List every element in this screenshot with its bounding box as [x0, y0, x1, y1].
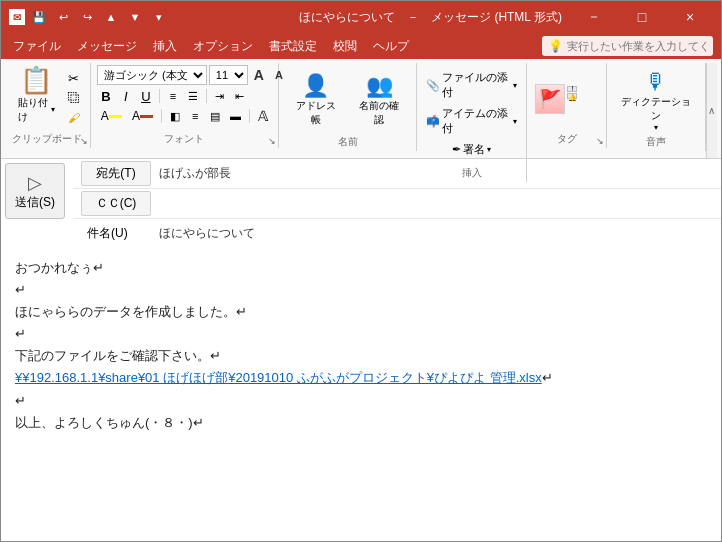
send-button[interactable]: ▷ 送信(S) [5, 163, 65, 219]
tags-expand[interactable]: ↘ [596, 136, 604, 146]
address-book-btn[interactable]: 👤 アドレス帳 [285, 69, 347, 131]
names-label: 名前 [285, 131, 411, 149]
underline-btn[interactable]: U [137, 87, 155, 105]
title-bar: ✉ 💾 ↩ ↪ ▲ ▼ ▾ ほにやらについて － メッセージ (HTML 形式)… [1, 1, 721, 33]
indent-btn[interactable]: ⇥ [211, 87, 229, 105]
address-book-label: アドレス帳 [294, 99, 338, 127]
signature-btn[interactable]: ✒ 署名 ▾ [449, 141, 494, 158]
menu-message[interactable]: メッセージ [69, 35, 145, 57]
flag-icon: 🚩 [539, 88, 561, 110]
search-input[interactable] [567, 40, 707, 52]
cc-label[interactable]: ＣＣ(C) [81, 191, 151, 216]
font-family-select[interactable]: 游ゴシック (本文の... [97, 65, 207, 85]
bullet-list-btn[interactable]: ≡ [164, 87, 182, 105]
check-names-label: 名前の確認 [358, 99, 402, 127]
down-btn[interactable]: ▼ [125, 8, 145, 26]
ribbon-search[interactable]: 💡 [542, 36, 713, 56]
redo-btn[interactable]: ↪ [77, 8, 97, 26]
item-dropdown-icon: ▾ [513, 117, 517, 126]
up-btn[interactable]: ▲ [101, 8, 121, 26]
menu-insert[interactable]: 挿入 [145, 35, 185, 57]
tags-label: タグ [533, 128, 600, 146]
align-right-btn[interactable]: ▤ [206, 107, 224, 125]
attachment-dropdown-icon: ▾ [513, 81, 517, 90]
clipboard-group: 📋 貼り付け▾ ✂ ⿻ 🖌 クリップボード ↘ [5, 63, 91, 148]
close-btn[interactable]: × [667, 1, 713, 33]
menu-options[interactable]: オプション [185, 35, 261, 57]
menu-format[interactable]: 書式設定 [261, 35, 325, 57]
font-group: 游ゴシック (本文の... 11 A A B I U ≡ ☰ ⇥ [91, 63, 279, 148]
ribbon-collapse-btn[interactable]: ∧ [706, 63, 717, 158]
font-label: フォント [97, 128, 272, 146]
format-painter-btn[interactable]: 🖌 [64, 109, 84, 127]
dictation-icon: 🎙 [645, 69, 667, 95]
font-expand[interactable]: ↘ [268, 136, 276, 146]
attachment-icon: 📎 [426, 79, 440, 92]
message-body[interactable]: おつかれなぅ↵ ↵ ほにゃららのデータを作成しました。↵ ↵ 下記のファイルをご… [1, 247, 721, 541]
font-grow-btn[interactable]: A [250, 66, 268, 84]
insert-group: 📎 ファイルの添付 ▾ 📫 アイテムの添付 ▾ ✒ 署名 ▾ 挿入 [417, 63, 527, 182]
undo-btn[interactable]: ↩ [53, 8, 73, 26]
paste-button[interactable]: 📋 貼り付け▾ [11, 65, 62, 123]
text-format-btn[interactable]: 𝔸 [254, 107, 272, 125]
menu-file[interactable]: ファイル [5, 35, 69, 57]
font-color-btn[interactable]: A [128, 107, 157, 125]
cut-btn[interactable]: ✂ [64, 69, 84, 87]
paste-label: 貼り付け▾ [18, 96, 55, 124]
to-row: 宛先(T) ほげふが部長 [73, 159, 721, 189]
justify-btn[interactable]: ▬ [226, 107, 245, 125]
numbered-list-btn[interactable]: ☰ [184, 87, 202, 105]
ribbon: 📋 貼り付け▾ ✂ ⿻ 🖌 クリップボード ↘ 游ゴシック (本文 [1, 59, 721, 159]
signature-label: 署名 [463, 142, 485, 157]
highlight-btn[interactable]: A [97, 107, 126, 125]
body-line-7: ↵ [15, 390, 707, 412]
body-line-4: ↵ [15, 323, 707, 345]
body-line-8: 以上、よろしくちゅん(・８・)↵ [15, 412, 707, 434]
outdent-btn[interactable]: ⇤ [231, 87, 249, 105]
font-color-icon: A [132, 109, 140, 123]
form-fields: 宛先(T) ほげふが部長 ＣＣ(C) 件名(U) ほにやらについて [73, 159, 721, 247]
file-link[interactable]: ¥¥192.168.1.1¥share¥01 ほげほげ部¥20191010 ふが… [15, 370, 542, 385]
to-label[interactable]: 宛先(T) [81, 161, 151, 186]
tags-group: 🚩 ! 🔔 タグ ↘ [527, 63, 607, 148]
attachment-label: ファイルの添付 [442, 70, 511, 100]
italic-btn[interactable]: I [117, 87, 135, 105]
font-controls: 游ゴシック (本文の... 11 A A B I U ≡ ☰ ⇥ [97, 65, 272, 125]
flag-btn[interactable]: 🚩 ! 🔔 [533, 82, 579, 116]
customize-btn[interactable]: ▾ [149, 8, 169, 26]
clipboard-expand[interactable]: ↘ [80, 136, 88, 146]
address-book-icon: 👤 [302, 73, 329, 99]
item-icon: 📫 [426, 115, 440, 128]
cc-row: ＣＣ(C) [73, 189, 721, 219]
signature-dropdown-icon: ▾ [487, 145, 491, 154]
subject-value[interactable]: ほにやらについて [159, 225, 713, 242]
attachment-btn[interactable]: 📎 ファイルの添付 ▾ [423, 69, 520, 101]
lightbulb-icon: 💡 [548, 39, 563, 53]
align-center-btn[interactable]: ≡ [186, 107, 204, 125]
item-attachment-btn[interactable]: 📫 アイテムの添付 ▾ [423, 105, 520, 137]
title-bar-left: ✉ 💾 ↩ ↪ ▲ ▼ ▾ [9, 8, 290, 26]
save-quick-btn[interactable]: 💾 [29, 8, 49, 26]
menu-bar: ファイル メッセージ 挿入 オプション 書式設定 校閲 ヘルプ 💡 [1, 33, 721, 59]
body-line-2: ↵ [15, 279, 707, 301]
subject-label: 件名(U) [81, 222, 151, 245]
check-names-btn[interactable]: 👥 名前の確認 [349, 69, 411, 131]
clipboard-label: クリップボード [11, 128, 84, 146]
maximize-btn[interactable]: □ [619, 1, 665, 33]
subject-row: 件名(U) ほにやらについて [73, 219, 721, 247]
window-controls: － □ × [571, 1, 713, 33]
minimize-btn[interactable]: － [571, 1, 617, 33]
send-label: 送信(S) [15, 194, 55, 211]
dictation-btn[interactable]: 🎙 ディクテーション ▾ [613, 69, 699, 131]
menu-review[interactable]: 校閲 [325, 35, 365, 57]
voice-label: 音声 [613, 131, 699, 149]
dictation-label: ディクテーション [620, 95, 692, 123]
font-size-select[interactable]: 11 [209, 65, 248, 85]
paste-icon: 📋 [20, 65, 52, 96]
align-left-btn[interactable]: ◧ [166, 107, 184, 125]
copy-btn[interactable]: ⿻ [64, 89, 84, 107]
menu-help[interactable]: ヘルプ [365, 35, 417, 57]
highlight-icon: A [101, 109, 109, 123]
bold-btn[interactable]: B [97, 87, 115, 105]
body-line-3: ほにゃららのデータを作成しました。↵ [15, 301, 707, 323]
